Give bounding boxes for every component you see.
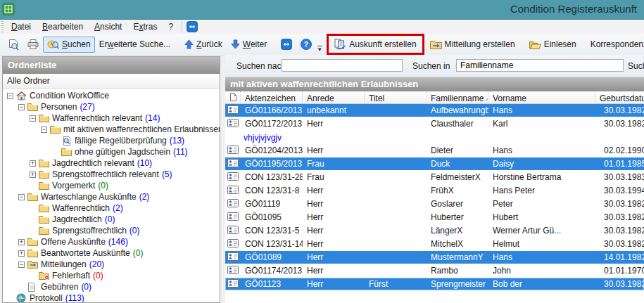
cell-geburtsdatum: 30.03.1982 bbox=[595, 199, 644, 209]
auskunft-erstellen-button[interactable]: Auskunft erstellen bbox=[330, 36, 420, 53]
collapse-toggle[interactable]: − bbox=[18, 194, 25, 200]
folder-icon bbox=[27, 249, 39, 257]
column-header-geburtsdatum[interactable]: Geburtsdatum bbox=[595, 91, 644, 103]
tree-node[interactable]: ohne gültigen Jagdschein(11) bbox=[3, 146, 220, 157]
folder-icon bbox=[39, 170, 51, 179]
folder-tree: −Condition WorkOffice−Personen(27)−Waffe… bbox=[3, 89, 220, 303]
weiter-button[interactable]: Weiter bbox=[227, 37, 271, 52]
cell-familienname: Huberter bbox=[427, 212, 488, 222]
cell-geburtsdatum: 30.03.1994 bbox=[595, 186, 644, 195]
tree-node-count: (13) bbox=[170, 136, 184, 146]
table-row[interactable]: GÖ01204/2013HerrDieterHans02.02.1990 bbox=[225, 144, 644, 157]
korrespondenz-button[interactable]: Korrespondenz bbox=[586, 37, 644, 52]
tree-node[interactable]: Waffenrechtlich(2) bbox=[3, 202, 220, 214]
collapse-toggle[interactable]: − bbox=[41, 127, 47, 133]
tree-node[interactable]: Sprengstoffrechtlich(0) bbox=[3, 225, 220, 236]
column-header-aktenzeichen[interactable]: Aktenzeichen bbox=[241, 91, 303, 103]
column-header-familienname[interactable]: Familienname∕ bbox=[427, 91, 488, 103]
window-title: Condition Registerauskunft bbox=[510, 3, 637, 15]
erweiterte-suche-button[interactable]: Erweiterte Suche... bbox=[95, 37, 175, 52]
tree-node[interactable]: −Mitteilungen(20) bbox=[3, 259, 220, 270]
collapse-toggle[interactable]: − bbox=[18, 262, 25, 268]
column-header-icon[interactable] bbox=[225, 91, 241, 103]
search-submit-button[interactable]: Suchen bbox=[628, 61, 644, 71]
table-row[interactable]: CON 123/31-28FrauFeldmeisterXHorstine Be… bbox=[225, 171, 644, 184]
expand-toggle[interactable]: + bbox=[30, 172, 36, 178]
menu-item-ansicht[interactable]: Ansicht bbox=[89, 20, 127, 33]
menu-item-datei[interactable]: Datei bbox=[6, 20, 37, 33]
menubar-grip[interactable] bbox=[1, 21, 4, 32]
print-button[interactable] bbox=[23, 37, 43, 52]
cell-vorname: Hans Peter bbox=[488, 186, 595, 195]
tree-node[interactable]: −Condition WorkOffice bbox=[3, 90, 220, 101]
tree-node[interactable]: +Sprengstoffrechtlich relevant(5) bbox=[3, 169, 220, 180]
cell-vorname: Werner Artur Gü... bbox=[488, 226, 595, 236]
menu-item-extras[interactable]: Extras bbox=[127, 20, 163, 33]
collapse-toggle[interactable]: − bbox=[18, 104, 25, 110]
table-row[interactable]: CON 123/31-5HerrLängerXWerner Artur Gü..… bbox=[225, 224, 644, 238]
tree-node[interactable]: fällige Regelüberprüfung(13) bbox=[3, 135, 220, 146]
tree-node[interactable]: Gebühren(0) bbox=[3, 281, 220, 292]
toolbar-overflow-button[interactable]: ▼ bbox=[317, 37, 322, 52]
search-input[interactable] bbox=[282, 59, 403, 72]
cell-vorname: Karl bbox=[488, 119, 595, 129]
cell-familienname: Sprengmeister bbox=[427, 279, 488, 289]
tree-node[interactable]: +Jagdrechtlich relevant(10) bbox=[3, 157, 220, 169]
teamviewer-icon[interactable] bbox=[187, 21, 198, 32]
tree-node[interactable]: −Personen(27) bbox=[3, 101, 220, 112]
tree-node-count: (0) bbox=[93, 271, 103, 281]
table-row[interactable]: GÖ01174/2013HerrRamboJohn01.01.1970 bbox=[225, 264, 644, 278]
tree-node[interactable]: +Offene Auskünfte(146) bbox=[3, 236, 220, 247]
column-header-vorname[interactable]: Vorname bbox=[488, 91, 595, 103]
table-row[interactable]: GÖ01166/2013unbekanntAufbewahrungbisHans… bbox=[225, 104, 644, 117]
zurueck-button[interactable]: Zurück bbox=[180, 37, 227, 52]
search-field-input[interactable] bbox=[456, 59, 624, 72]
mitteilung-erstellen-button[interactable]: Mitteilung erstellen bbox=[426, 37, 519, 52]
menu-item-help[interactable]: ? bbox=[163, 20, 179, 33]
tree-node[interactable]: Fehlerhaft(0) bbox=[3, 270, 220, 281]
table-row[interactable]: GÖ01195/2013FrauDuckDaisy01.01.1985 bbox=[225, 157, 644, 171]
einlesen-button[interactable]: Einlesen bbox=[525, 37, 581, 52]
column-header-anrede[interactable]: Anrede bbox=[303, 91, 365, 103]
table-row-subline[interactable]: vhjvjvjvgjv bbox=[225, 131, 644, 144]
table-row[interactable]: CON 123/31-8HerrFrühXHans Peter30.03.199… bbox=[225, 184, 644, 198]
tree-node[interactable]: −mit aktiven waffenrechtlichen Erlaubnis… bbox=[3, 124, 220, 135]
tree-node[interactable]: −Waffenrechtlich relevant(14) bbox=[3, 112, 220, 124]
tree-node[interactable]: Vorgemerkt(0) bbox=[3, 180, 220, 191]
table-row[interactable]: CON 123/31-14HerrMitchelXHelmut30.03.198… bbox=[225, 238, 644, 251]
cell-familienname: MitchelX bbox=[427, 239, 488, 249]
tree-node[interactable]: +Beantwortete Auskünfte(0) bbox=[3, 247, 220, 259]
menubar-separator bbox=[182, 21, 182, 33]
app-window: Condition Registerauskunft DateiBearbeit… bbox=[0, 0, 644, 303]
tree-node-count: (146) bbox=[108, 237, 128, 247]
tree-node[interactable]: Protokoll(113) bbox=[3, 292, 220, 303]
table-row[interactable]: GÖ01172/2013HerrClausthalerKarl30.03.198… bbox=[225, 117, 644, 131]
folder-filter-header[interactable]: Alle Ordner bbox=[3, 74, 220, 89]
search-in-dropdown[interactable]: Suchen in ▼ bbox=[412, 61, 460, 71]
expand-toggle[interactable]: + bbox=[18, 250, 25, 257]
globe-icon bbox=[16, 293, 28, 303]
table-row[interactable]: GÖ01089HerrMustermannYHans14.01.1982 bbox=[225, 251, 644, 264]
tree-node[interactable]: −Warteschlange Auskünfte(2) bbox=[3, 191, 220, 202]
cell-aktenzeichen: CON 123/31-8 bbox=[241, 186, 303, 195]
titlebar: Condition Registerauskunft bbox=[0, 0, 644, 20]
table-row[interactable]: GÖ01095HerrHuberterHubert30.03.1982 bbox=[225, 211, 644, 224]
suchen-button[interactable]: Suchen bbox=[43, 37, 95, 53]
collapse-toggle[interactable]: − bbox=[7, 93, 13, 99]
app-icon bbox=[2, 3, 15, 15]
expand-toggle[interactable]: + bbox=[30, 160, 36, 167]
tree-node-label: Vorgemerkt bbox=[52, 181, 95, 191]
print-preview-button[interactable] bbox=[4, 37, 23, 53]
help-button[interactable]: ? bbox=[296, 36, 316, 53]
tree-node-count: (2) bbox=[113, 203, 123, 213]
menu-item-bearbeiten[interactable]: Bearbeiten bbox=[37, 20, 89, 33]
table-row[interactable]: GÖ01123HerrFürstSprengmeisterBob der30.0… bbox=[225, 278, 644, 291]
table-row[interactable]: GÖ01119HerrGoslarerPeter30.03.1982 bbox=[225, 198, 644, 211]
column-header-titel[interactable]: Titel bbox=[365, 91, 427, 103]
expand-toggle[interactable]: + bbox=[18, 239, 25, 245]
cell-geburtsdatum: 02.02.1990 bbox=[595, 146, 644, 155]
teamviewer-button[interactable] bbox=[277, 36, 296, 53]
tree-node[interactable]: Jagdrechtlich(0) bbox=[3, 214, 220, 225]
tree-node-count: (0) bbox=[98, 181, 108, 191]
collapse-toggle[interactable]: − bbox=[30, 115, 36, 122]
